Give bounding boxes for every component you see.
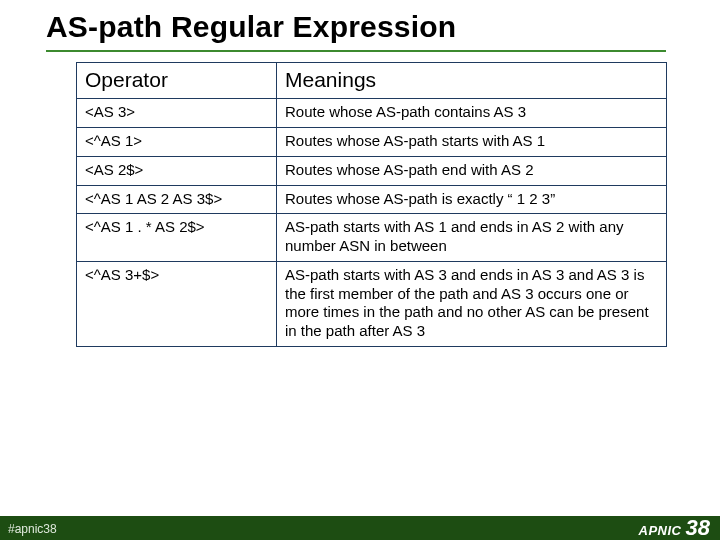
cell-meaning: AS-path starts with AS 1 and ends in AS … (277, 214, 667, 262)
page-title: AS-path Regular Expression (46, 10, 456, 44)
brand-text: APNIC (639, 523, 682, 538)
table-row: <^AS 1> Routes whose AS-path starts with… (77, 128, 667, 157)
col-meanings: Meanings (277, 63, 667, 99)
cell-operator: <AS 2$> (77, 156, 277, 185)
cell-operator: <^AS 1 AS 2 AS 3$> (77, 185, 277, 214)
hashtag: #apnic38 (8, 522, 57, 536)
table-row: <^AS 1 . * AS 2$> AS-path starts with AS… (77, 214, 667, 262)
table-row: <AS 2$> Routes whose AS-path end with AS… (77, 156, 667, 185)
title-underline (46, 50, 666, 52)
cell-meaning: Route whose AS-path contains AS 3 (277, 99, 667, 128)
table-row: <AS 3> Route whose AS-path contains AS 3 (77, 99, 667, 128)
operator-table: Operator Meanings <AS 3> Route whose AS-… (76, 62, 667, 347)
cell-meaning: Routes whose AS-path is exactly “ 1 2 3” (277, 185, 667, 214)
brand-block: APNIC 38 (639, 517, 710, 539)
footer-bar: #apnic38 APNIC 38 (0, 516, 720, 540)
brand-number: 38 (686, 517, 710, 539)
cell-meaning: AS-path starts with AS 3 and ends in AS … (277, 261, 667, 346)
table-row: <^AS 3+$> AS-path starts with AS 3 and e… (77, 261, 667, 346)
cell-operator: <AS 3> (77, 99, 277, 128)
slide: AS-path Regular Expression Operator Mean… (0, 0, 720, 540)
cell-operator: <^AS 3+$> (77, 261, 277, 346)
cell-operator: <^AS 1> (77, 128, 277, 157)
cell-operator: <^AS 1 . * AS 2$> (77, 214, 277, 262)
cell-meaning: Routes whose AS-path starts with AS 1 (277, 128, 667, 157)
table-row: <^AS 1 AS 2 AS 3$> Routes whose AS-path … (77, 185, 667, 214)
col-operator: Operator (77, 63, 277, 99)
table-header-row: Operator Meanings (77, 63, 667, 99)
cell-meaning: Routes whose AS-path end with AS 2 (277, 156, 667, 185)
